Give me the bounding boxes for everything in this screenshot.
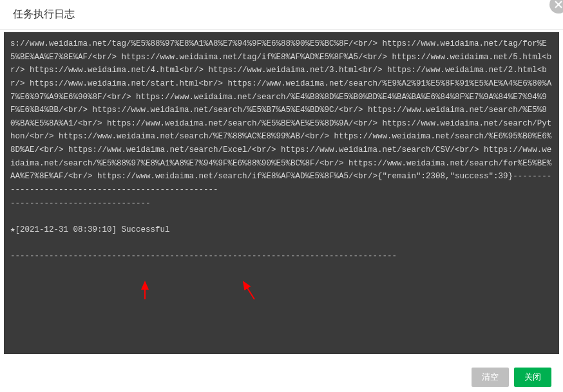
log-output[interactable]: s://www.weidaima.net/tag/%E5%88%97%E8%A1…	[4, 32, 559, 354]
modal-footer: 清空 关闭	[472, 368, 551, 387]
log-text: s://www.weidaima.net/tag/%E5%88%97%E8%A1…	[10, 39, 551, 261]
close-button[interactable]: 关闭	[514, 368, 551, 387]
clear-button[interactable]: 清空	[472, 368, 509, 387]
modal-title: 任务执行日志	[0, 0, 563, 30]
log-modal: 任务执行日志 s://www.weidaima.net/tag/%E5%88%9…	[0, 0, 563, 392]
